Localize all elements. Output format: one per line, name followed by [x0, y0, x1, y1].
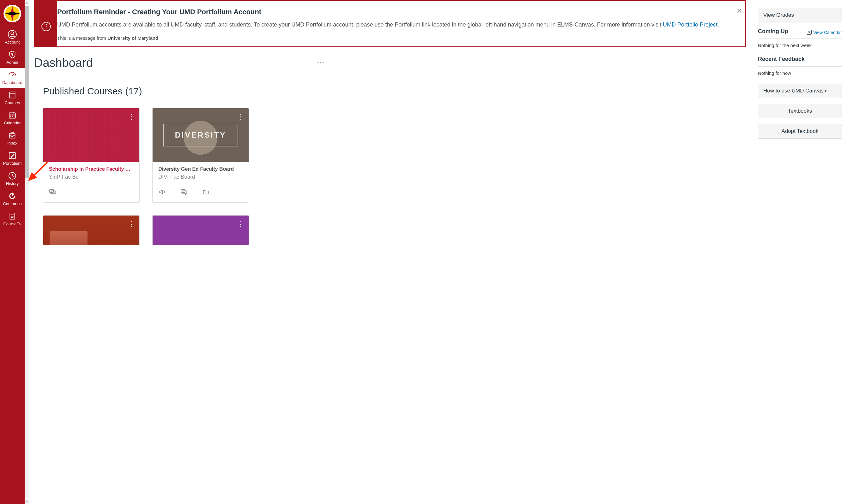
svg-point-3 — [11, 32, 14, 35]
page-title: Dashboard — [34, 56, 93, 70]
view-calendar-link[interactable]: View Calendar — [807, 30, 842, 35]
divider — [43, 100, 325, 100]
nav-account[interactable]: Account — [0, 28, 25, 48]
course-card[interactable] — [43, 215, 140, 245]
how-to-dropdown[interactable]: How to use UMD Canvas — [758, 84, 842, 98]
info-icon: i — [41, 22, 51, 33]
discussions-icon[interactable] — [180, 188, 187, 197]
nav-label: Commons — [3, 201, 21, 206]
nav-label: Portfolium — [3, 161, 22, 166]
close-icon[interactable]: ✕ — [737, 7, 742, 15]
view-grades-button[interactable]: View Grades — [758, 8, 842, 22]
nav-history[interactable]: History — [0, 169, 25, 189]
nav-inbox[interactable]: Inbox — [0, 128, 25, 149]
nav-label: Dashboard — [2, 80, 22, 85]
nav-courseev[interactable]: CourseEv — [0, 209, 25, 230]
notification-link[interactable]: UMD Portfolio Project — [663, 21, 718, 28]
card-options-menu[interactable] — [237, 220, 244, 228]
sidebar-scrollbar[interactable] — [25, 6, 29, 498]
shield-key-icon — [8, 50, 17, 59]
course-card-hero — [43, 216, 139, 245]
card-options-menu[interactable] — [128, 220, 135, 228]
svg-text:i: i — [45, 23, 47, 30]
share-arrow-icon — [8, 192, 17, 200]
speedometer-icon — [8, 70, 17, 79]
nav-admin[interactable]: Admin — [0, 48, 25, 68]
course-cards-grid: Scholarship in Practice Faculty Bo... Si… — [34, 108, 325, 245]
coming-up-empty: Nothing for the next week — [758, 42, 842, 48]
book-icon — [8, 91, 17, 100]
course-card[interactable] — [152, 215, 249, 245]
nav-label: Account — [5, 40, 20, 44]
files-icon[interactable] — [203, 188, 209, 197]
notification-banner: i Portfolium Reminder - Creating Your UM… — [34, 0, 746, 47]
recent-feedback-empty: Nothing for now — [758, 70, 842, 76]
coming-up-heading: Coming Up — [758, 28, 788, 35]
notification-footer-prefix: This is a message from — [57, 35, 107, 41]
nav-label: History — [6, 181, 19, 186]
nav-courses[interactable]: Courses — [0, 88, 25, 108]
pencil-square-icon — [8, 151, 17, 160]
notification-period: . — [718, 21, 719, 28]
right-sidebar: View Grades Coming Up View Calendar Noth… — [755, 0, 847, 504]
course-card-hero — [153, 216, 249, 245]
published-courses-heading: Published Courses (17) — [43, 86, 325, 96]
course-card-subtitle: SinP Fac Bd — [49, 174, 134, 180]
divider — [34, 76, 325, 76]
svg-rect-16 — [181, 190, 185, 193]
notification-footer-source: University of Maryland — [107, 35, 158, 41]
inbox-icon — [8, 131, 17, 140]
svg-rect-6 — [9, 113, 16, 118]
nav-label: Courses — [5, 100, 20, 105]
course-card-hero — [43, 108, 139, 162]
course-card-title[interactable]: Scholarship in Practice Faculty Bo... — [49, 166, 134, 172]
notification-text-body: UMD Portfolium accounts are available to… — [57, 21, 663, 28]
svg-rect-15 — [51, 191, 55, 194]
card-options-menu[interactable] — [128, 113, 135, 121]
discussions-icon[interactable] — [49, 188, 56, 197]
notification-text: UMD Portfolium accounts are available to… — [57, 20, 728, 29]
nav-label: Inbox — [7, 141, 17, 145]
umd-logo — [3, 4, 21, 23]
svg-point-4 — [12, 53, 13, 55]
nav-calendar[interactable]: Calendar — [0, 108, 25, 128]
view-calendar-label: View Calendar — [813, 30, 842, 35]
textbooks-button[interactable]: Textbooks — [758, 104, 842, 118]
course-card[interactable]: Scholarship in Practice Faculty Bo... Si… — [43, 108, 140, 203]
document-lines-icon — [8, 212, 17, 221]
calendar-small-icon — [807, 30, 812, 35]
nav-label: Admin — [7, 60, 18, 65]
scroll-down-caret[interactable]: ▼ — [25, 499, 29, 504]
course-card-subtitle: DIV- Fac Board — [158, 174, 243, 180]
notification-title: Portfolium Reminder - Creating Your UMD … — [57, 8, 728, 16]
user-circle-icon — [8, 30, 17, 39]
global-nav: Account Admin Dashboard Courses Calendar… — [0, 0, 25, 504]
nav-label: Calendar — [4, 121, 21, 125]
nav-commons[interactable]: Commons — [0, 189, 25, 209]
nav-label: CourseEv — [3, 221, 21, 226]
svg-rect-14 — [50, 190, 54, 193]
announcements-icon[interactable] — [158, 188, 165, 197]
scroll-up-caret[interactable]: ▲ — [25, 0, 29, 5]
adopt-textbook-button[interactable]: Adopt Textbook — [758, 124, 842, 139]
clock-icon — [8, 172, 17, 180]
course-card[interactable]: Diversity Gen Ed Faculty Board DIV- Fac … — [152, 108, 249, 203]
course-card-hero — [153, 108, 249, 162]
recent-feedback-heading: Recent Feedback — [758, 56, 805, 62]
calendar-icon — [8, 111, 17, 120]
dashboard-options-menu[interactable] — [316, 59, 325, 67]
svg-rect-17 — [183, 191, 187, 194]
card-options-menu[interactable] — [237, 113, 244, 121]
course-card-title[interactable]: Diversity Gen Ed Faculty Board — [158, 166, 243, 172]
nav-dashboard[interactable]: Dashboard — [0, 68, 25, 88]
notification-footer: This is a message from University of Mar… — [57, 35, 728, 41]
nav-portfolium[interactable]: Portfolium — [0, 149, 25, 169]
